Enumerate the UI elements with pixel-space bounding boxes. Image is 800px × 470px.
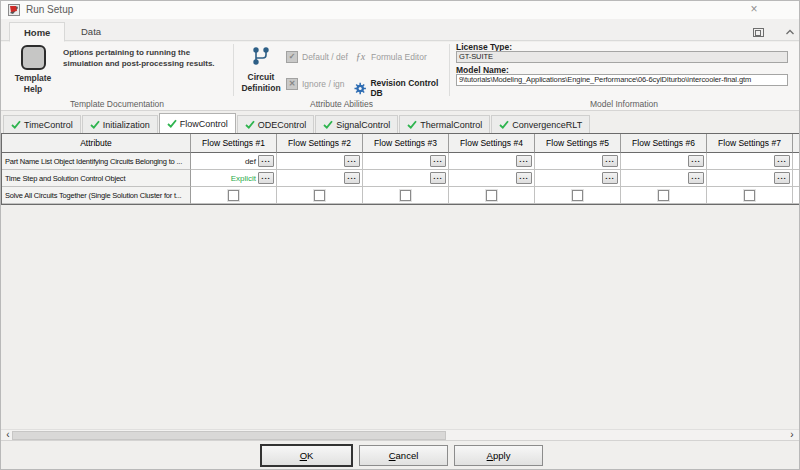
- ellipsis-button[interactable]: ...: [688, 172, 704, 184]
- group-label: Template Documentation: [1, 99, 233, 109]
- checkbox-cell[interactable]: [449, 187, 535, 204]
- check-icon: [90, 120, 100, 129]
- tab-flowcontrol[interactable]: FlowControl: [159, 113, 236, 133]
- revision-control-db-label: Revision Control DB: [370, 78, 449, 98]
- footer: OK Cancel Apply: [1, 442, 799, 470]
- scrollbar-thumb[interactable]: [12, 431, 446, 440]
- checkbox[interactable]: [744, 190, 755, 201]
- value-cell[interactable]: def...: [191, 153, 277, 170]
- collapse-ribbon-icon[interactable]: [784, 27, 796, 37]
- close-icon[interactable]: ×: [739, 1, 769, 19]
- tab-label: ThermalControl: [420, 120, 482, 130]
- flow-settings-table: Attribute Flow Settings #1 Flow Settings…: [1, 133, 800, 205]
- ellipsis-button[interactable]: ...: [774, 155, 790, 167]
- checkbox-cell[interactable]: [707, 187, 793, 204]
- tab-data[interactable]: Data: [67, 22, 115, 41]
- ignore-ign-button[interactable]: ✕ Ignore / ign: [286, 78, 345, 90]
- column-header[interactable]: Flow Settings #1: [191, 134, 277, 153]
- checkbox[interactable]: [658, 190, 669, 201]
- check-icon: [323, 120, 333, 129]
- run-setup-window: Run Setup × Home Data Template Help Opti…: [0, 0, 800, 470]
- column-header[interactable]: Flow Settings #3: [363, 134, 449, 153]
- template-help-label: Template Help: [9, 73, 57, 95]
- tab-timecontrol[interactable]: TimeControl: [3, 115, 81, 133]
- attribute-header[interactable]: Attribute: [2, 134, 191, 153]
- spacer-cell: [793, 170, 800, 187]
- cancel-button[interactable]: Cancel: [359, 445, 448, 466]
- checkbox[interactable]: [400, 190, 411, 201]
- group-template-documentation: Template Help Options pertaining to runn…: [1, 42, 233, 110]
- attribute-cell[interactable]: Time Step and Solution Control Object: [2, 170, 191, 187]
- tab-convergencerlt[interactable]: ConvergenceRLT: [491, 115, 590, 133]
- ellipsis-button[interactable]: ...: [688, 155, 704, 167]
- group-attribute-abilities: Circuit Definition ✓ Default / def ✕ Ign…: [234, 42, 449, 110]
- value-cell[interactable]: ...: [363, 170, 449, 187]
- template-help-icon: [21, 45, 46, 70]
- attribute-cell[interactable]: Part Name List Object Identifying Circui…: [2, 153, 191, 170]
- template-help-button[interactable]: Template Help: [9, 45, 57, 95]
- tab-initialization[interactable]: Initialization: [82, 115, 158, 133]
- control-tabstrip: TimeControl Initialization FlowControl O…: [1, 112, 799, 133]
- horizontal-scrollbar[interactable]: ‹ ›: [1, 429, 799, 441]
- checkbox[interactable]: [228, 190, 239, 201]
- column-header[interactable]: Flow Settings #5: [535, 134, 621, 153]
- ellipsis-button[interactable]: ...: [774, 172, 790, 184]
- ok-button[interactable]: OK: [261, 445, 352, 466]
- model-name-field[interactable]: 9\tutorials\Modeling_Applications\Engine…: [456, 74, 788, 86]
- checkbox-icon: ✓: [286, 51, 298, 63]
- column-header[interactable]: Flow Settings #4: [449, 134, 535, 153]
- ellipsis-button[interactable]: ...: [344, 155, 360, 167]
- value-cell[interactable]: ...: [535, 153, 621, 170]
- value-cell[interactable]: ...: [277, 170, 363, 187]
- checkbox-cell[interactable]: [191, 187, 277, 204]
- checkbox-cell[interactable]: [277, 187, 363, 204]
- ellipsis-button[interactable]: ...: [602, 172, 618, 184]
- circuit-definition-button[interactable]: Circuit Definition: [238, 46, 284, 93]
- scroll-right-icon[interactable]: ›: [787, 430, 797, 440]
- ellipsis-button[interactable]: ...: [344, 172, 360, 184]
- ellipsis-button[interactable]: ...: [602, 155, 618, 167]
- value-cell[interactable]: ...: [277, 153, 363, 170]
- revision-control-db-button[interactable]: Revision Control DB: [354, 78, 449, 98]
- titlebar: Run Setup ×: [1, 1, 799, 19]
- checkbox-cell[interactable]: [535, 187, 621, 204]
- ellipsis-button[interactable]: ...: [430, 155, 446, 167]
- column-header[interactable]: Flow Settings #7: [707, 134, 793, 153]
- ellipsis-button[interactable]: ...: [516, 172, 532, 184]
- check-icon: [499, 120, 509, 129]
- value-cell[interactable]: ...: [621, 153, 707, 170]
- tab-signalcontrol[interactable]: SignalControl: [315, 115, 398, 133]
- column-header[interactable]: Flow Settings #2: [277, 134, 363, 153]
- value-cell[interactable]: ...: [707, 170, 793, 187]
- check-icon: [167, 119, 177, 128]
- tab-label: FlowControl: [180, 119, 228, 129]
- attribute-cell[interactable]: Solve All Circuits Together (Single Solu…: [2, 187, 191, 204]
- ellipsis-button[interactable]: ...: [258, 155, 274, 167]
- tab-home[interactable]: Home: [9, 22, 65, 42]
- tab-thermalcontrol[interactable]: ThermalControl: [399, 115, 490, 133]
- checkbox-cell[interactable]: [621, 187, 707, 204]
- value-cell[interactable]: Explicit...: [191, 170, 277, 187]
- group-model-information: License Type: GT-SUITE Model Name: 9\tut…: [450, 42, 798, 110]
- checkbox[interactable]: [486, 190, 497, 201]
- tab-odecontrol[interactable]: ODEControl: [237, 115, 315, 133]
- group-label: Model Information: [450, 99, 798, 109]
- value-cell[interactable]: ...: [449, 153, 535, 170]
- ellipsis-button[interactable]: ...: [516, 155, 532, 167]
- value-cell[interactable]: ...: [535, 170, 621, 187]
- apply-button[interactable]: Apply: [454, 445, 543, 466]
- value-cell[interactable]: ...: [707, 153, 793, 170]
- checkbox[interactable]: [314, 190, 325, 201]
- value-cell[interactable]: ...: [449, 170, 535, 187]
- formula-editor-button[interactable]: ƒx Formula Editor: [354, 51, 427, 62]
- checkbox-cell[interactable]: [363, 187, 449, 204]
- column-header[interactable]: Flow Settings #6: [621, 134, 707, 153]
- spacer-header: [793, 134, 800, 153]
- ellipsis-button[interactable]: ...: [258, 172, 274, 184]
- float-panel-icon[interactable]: [753, 28, 764, 37]
- value-cell[interactable]: ...: [621, 170, 707, 187]
- default-def-button[interactable]: ✓ Default / def: [286, 51, 348, 63]
- ellipsis-button[interactable]: ...: [430, 172, 446, 184]
- value-cell[interactable]: ...: [363, 153, 449, 170]
- checkbox[interactable]: [572, 190, 583, 201]
